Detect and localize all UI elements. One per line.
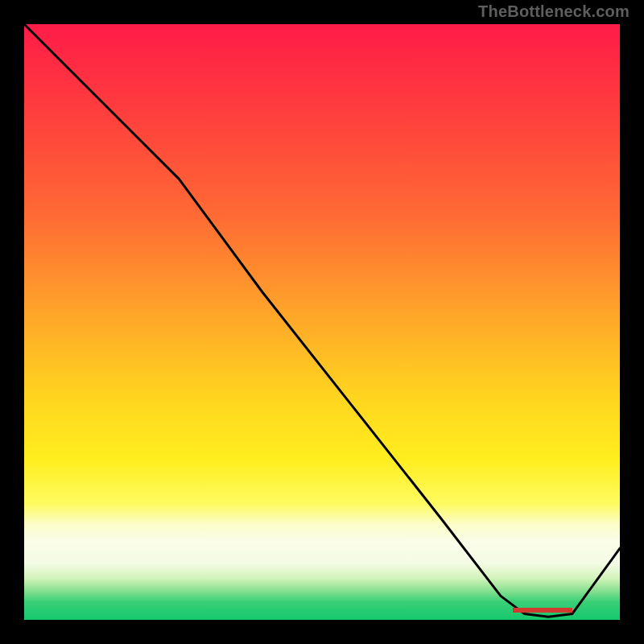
accent-segment xyxy=(513,608,572,613)
chart-container: TheBottleneck.com xyxy=(0,0,644,644)
watermark-text: TheBottleneck.com xyxy=(478,2,630,21)
plot-area xyxy=(24,24,620,620)
curve-path xyxy=(24,24,620,617)
line-series xyxy=(24,24,620,620)
